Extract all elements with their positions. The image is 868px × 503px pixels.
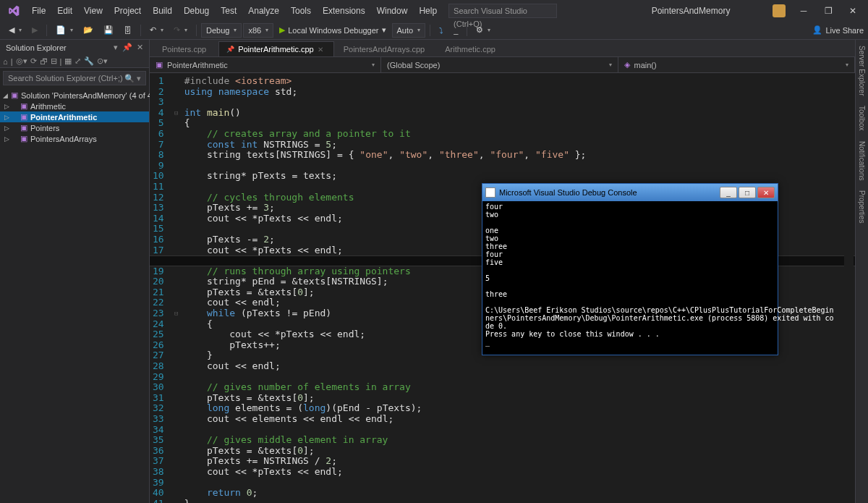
- tab-pointerarithmetic-cpp[interactable]: 📌PointerArithmetic.cpp✕: [218, 41, 334, 56]
- console-minimize-button[interactable]: _: [720, 187, 737, 198]
- panel-close-icon[interactable]: ✕: [137, 43, 143, 52]
- console-close-button[interactable]: ✕: [757, 187, 775, 198]
- menu-debug[interactable]: Debug: [178, 3, 215, 19]
- solution-explorer-title: Solution Explorer: [6, 43, 67, 52]
- sol-refresh-icon[interactable]: ⟳: [30, 56, 37, 66]
- console-output: four two one two three four five 5 three…: [482, 201, 778, 347]
- tab-label: PointersAndArrays.cpp: [344, 45, 425, 54]
- menu-edit[interactable]: Edit: [51, 3, 78, 19]
- nav-project-dropdown[interactable]: ▣PointerArithmetic: [150, 57, 381, 72]
- solution-node[interactable]: ◢▣Solution 'PointersAndMemory' (4 of 4 p…: [0, 90, 149, 101]
- tab-label: PointerArithmetic.cpp: [238, 45, 314, 54]
- process-dropdown[interactable]: ⚙: [472, 23, 495, 38]
- tab-arithmetic-cpp[interactable]: Arithmetic.cpp: [437, 41, 506, 56]
- editor-scrollbar[interactable]: [844, 114, 854, 503]
- config-dropdown[interactable]: Debug: [201, 23, 242, 38]
- menu-tools[interactable]: Tools: [285, 3, 317, 19]
- platform-dropdown[interactable]: x86: [243, 23, 273, 38]
- pin-icon[interactable]: 📌: [122, 43, 132, 52]
- close-button[interactable]: ✕: [842, 3, 864, 19]
- console-icon: [485, 187, 495, 198]
- nav-fwd-button[interactable]: ▶: [27, 23, 42, 38]
- nav-back-button[interactable]: ◀: [4, 23, 26, 38]
- solution-search-input[interactable]: Search Solution Explorer (Ctrl+;)🔍 ▾: [3, 71, 146, 85]
- panel-dropdown-icon[interactable]: ▾: [114, 43, 118, 52]
- redo-button[interactable]: ↷: [169, 23, 192, 38]
- minimize-button[interactable]: ─: [793, 3, 814, 19]
- menu-analyze[interactable]: Analyze: [242, 3, 285, 19]
- debugger-label: Local Windows Debugger: [288, 26, 378, 35]
- sol-btn[interactable]: ◎▾: [16, 56, 27, 66]
- console-title: Microsoft Visual Studio Debug Console: [499, 188, 637, 197]
- project-node-pointerarithmetic[interactable]: ▷▣PointerArithmetic: [0, 111, 149, 122]
- tab-close-icon[interactable]: ✕: [318, 46, 323, 54]
- tab-pointers-cpp[interactable]: Pointers.cpp: [154, 41, 217, 56]
- side-panel-properties[interactable]: Properties: [858, 190, 866, 224]
- menu-window[interactable]: Window: [371, 3, 414, 19]
- nav-member-dropdown[interactable]: ◈main(): [618, 57, 856, 72]
- project-node-pointers[interactable]: ▷▣Pointers: [0, 122, 149, 133]
- solution-search-placeholder: Search Solution Explorer (Ctrl+;): [8, 74, 123, 83]
- menu-project[interactable]: Project: [109, 3, 147, 19]
- nav-member-label: main(): [634, 61, 657, 69]
- tab-label: Pointers.cpp: [162, 45, 206, 54]
- misc-button[interactable]: _: [449, 23, 462, 38]
- maximize-button[interactable]: ❐: [817, 3, 839, 19]
- project-node-arithmetic[interactable]: ▷▣Arithmetic: [0, 101, 149, 111]
- sol-btn[interactable]: ⊙▾: [97, 56, 108, 66]
- project-node-pointersandarrays[interactable]: ▷▣PointersAndArrays: [0, 133, 149, 144]
- nav-scope-dropdown[interactable]: (Global Scope): [381, 57, 618, 72]
- save-all-button[interactable]: 🗄: [119, 23, 136, 38]
- menu-help[interactable]: Help: [413, 3, 443, 19]
- sol-btn[interactable]: ⊟: [51, 56, 57, 66]
- new-button[interactable]: 📄: [51, 23, 77, 38]
- nav-scope-label: (Global Scope): [387, 61, 440, 69]
- menu-test[interactable]: Test: [215, 3, 242, 19]
- nav-project-label: PointerArithmetic: [167, 61, 228, 69]
- console-maximize-button[interactable]: □: [739, 187, 756, 198]
- side-panel-toolbox[interactable]: Toolbox: [858, 106, 866, 130]
- debug-console-window[interactable]: Microsoft Visual Studio Debug Console _ …: [482, 183, 778, 355]
- step-button[interactable]: ⤵: [435, 23, 448, 38]
- side-panel-notifications[interactable]: Notifications: [858, 141, 866, 180]
- undo-button[interactable]: ↶: [145, 23, 168, 38]
- home-icon[interactable]: ⌂: [3, 57, 8, 66]
- side-panel-server-explorer[interactable]: Server Explorer: [858, 46, 866, 96]
- menu-extensions[interactable]: Extensions: [317, 3, 371, 19]
- menu-file[interactable]: File: [26, 3, 51, 19]
- open-button[interactable]: 📂: [79, 23, 98, 38]
- sol-btn[interactable]: 🗗: [40, 57, 48, 66]
- menu-build[interactable]: Build: [147, 3, 178, 19]
- start-debug-button[interactable]: ▶Local Windows Debugger ▾: [275, 23, 390, 38]
- search-input[interactable]: Search Visual Studio (Ctrl+Q): [448, 4, 557, 18]
- vs-logo-icon: [6, 3, 22, 19]
- wrench-icon[interactable]: 🔧: [84, 56, 94, 66]
- sol-btn[interactable]: ▦: [64, 56, 72, 66]
- pin-icon: 📌: [226, 46, 234, 53]
- live-share-button[interactable]: 👤 Live Share: [812, 25, 864, 35]
- avatar[interactable]: [773, 4, 786, 17]
- menu-view[interactable]: View: [78, 3, 109, 19]
- tab-label: Arithmetic.cpp: [445, 45, 495, 54]
- tab-pointersandarrays-cpp[interactable]: PointersAndArrays.cpp: [336, 41, 436, 56]
- live-share-label: Live Share: [825, 26, 864, 35]
- auto-dropdown[interactable]: Auto: [392, 23, 426, 38]
- save-button[interactable]: 💾: [99, 23, 118, 38]
- sol-btn[interactable]: ⤢: [75, 56, 81, 66]
